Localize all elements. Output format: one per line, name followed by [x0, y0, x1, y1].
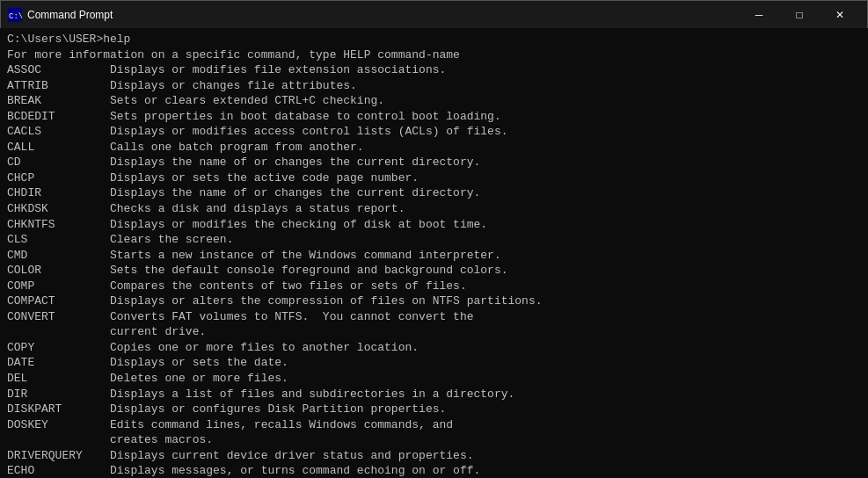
- console-line: CD Displays the name of or changes the c…: [7, 155, 861, 170]
- console-line: DOSKEY Edits command lines, recalls Wind…: [7, 417, 861, 433]
- window-controls: ─ □ ✕: [739, 1, 860, 29]
- console-line: COLOR Sets the default console foregroun…: [7, 263, 861, 279]
- console-line: CACLS Displays or modifies access contro…: [7, 124, 861, 140]
- console-line: COPY Copies one or more files to another…: [7, 340, 861, 356]
- minimize-button[interactable]: ─: [739, 1, 779, 29]
- console-line: DATE Displays or sets the date.: [7, 355, 861, 371]
- console-line: creates macros.: [7, 432, 861, 448]
- close-button[interactable]: ✕: [820, 1, 860, 29]
- window-title: Command Prompt: [27, 9, 739, 21]
- console-line: ATTRIB Displays or changes file attribut…: [7, 78, 861, 94]
- console-line: DISKPART Displays or configures Disk Par…: [7, 402, 861, 417]
- console-line: COMP Compares the contents of two files …: [7, 279, 861, 294]
- console-line: CLS Clears the screen.: [7, 232, 861, 248]
- console-line: DRIVERQUERY Displays current device driv…: [7, 448, 861, 464]
- title-bar: C:\ Command Prompt ─ □ ✕: [0, 0, 868, 28]
- svg-text:C:\: C:\: [9, 12, 22, 21]
- console-line: current drive.: [7, 324, 861, 340]
- cmd-icon: C:\: [8, 8, 22, 22]
- console-line: CHDIR Displays the name of or changes th…: [7, 185, 861, 201]
- console-line: CONVERT Converts FAT volumes to NTFS. Yo…: [7, 309, 861, 325]
- console-line: DIR Displays a list of files and subdire…: [7, 387, 861, 402]
- console-line: CHKNTFS Displays or modifies the checkin…: [7, 217, 861, 233]
- console-line: CHCP Displays or sets the active code pa…: [7, 170, 861, 186]
- console-output: C:\Users\USER>helpFor more information o…: [0, 28, 868, 478]
- maximize-button[interactable]: □: [779, 1, 820, 29]
- console-line: For more information on a specific comma…: [7, 47, 861, 63]
- console-line: ASSOC Displays or modifies file extensio…: [7, 62, 861, 78]
- console-line: ECHO Displays messages, or turns command…: [7, 463, 861, 478]
- console-line: C:\Users\USER>help: [7, 32, 861, 47]
- console-line: COMPACT Displays or alters the compressi…: [7, 293, 861, 309]
- console-line: CMD Starts a new instance of the Windows…: [7, 248, 861, 264]
- console-line: DEL Deletes one or more files.: [7, 371, 861, 387]
- console-line: CHKDSK Checks a disk and displays a stat…: [7, 201, 861, 217]
- console-line: BCDEDIT Sets properties in boot database…: [7, 109, 861, 125]
- console-line: CALL Calls one batch program from anothe…: [7, 140, 861, 156]
- console-line: BREAK Sets or clears extended CTRL+C che…: [7, 93, 861, 109]
